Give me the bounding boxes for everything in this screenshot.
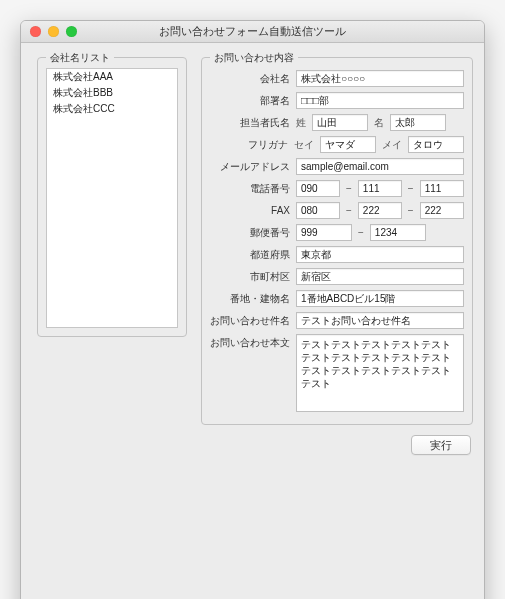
row-fax: FAX − − xyxy=(210,202,464,219)
input-phone-b[interactable] xyxy=(358,180,402,197)
input-fax-c[interactable] xyxy=(420,202,464,219)
button-row: 実行 xyxy=(201,435,473,455)
input-address[interactable] xyxy=(296,290,464,307)
company-listbox[interactable]: 株式会社AAA 株式会社BBB 株式会社CCC xyxy=(46,68,178,328)
row-contact-name: 担当者氏名 姓 名 xyxy=(210,114,464,131)
row-body: お問い合わせ本文 xyxy=(210,334,464,412)
list-item[interactable]: 株式会社CCC xyxy=(47,101,177,117)
label-subject: お問い合わせ件名 xyxy=(210,314,290,328)
minimize-icon[interactable] xyxy=(48,26,59,37)
label-contact-name: 担当者氏名 xyxy=(210,116,290,130)
list-item[interactable]: 株式会社BBB xyxy=(47,85,177,101)
input-phone-c[interactable] xyxy=(420,180,464,197)
row-email: メールアドレス xyxy=(210,158,464,175)
label-department: 部署名 xyxy=(210,94,290,108)
label-email: メールアドレス xyxy=(210,160,290,174)
label-city: 市町村区 xyxy=(210,270,290,284)
input-phone-a[interactable] xyxy=(296,180,340,197)
app-window: お問い合わせフォーム自動送信ツール 会社名リスト 株式会社AAA 株式会社BBB… xyxy=(20,20,485,599)
input-first-name[interactable] xyxy=(390,114,446,131)
input-email[interactable] xyxy=(296,158,464,175)
label-first-kana: メイ xyxy=(382,138,402,152)
row-phone: 電話番号 − − xyxy=(210,180,464,197)
label-phone: 電話番号 xyxy=(210,182,290,196)
titlebar: お問い合わせフォーム自動送信ツール xyxy=(21,21,484,43)
input-department[interactable] xyxy=(296,92,464,109)
input-postal-a[interactable] xyxy=(296,224,352,241)
window-title: お問い合わせフォーム自動送信ツール xyxy=(21,24,484,39)
traffic-lights xyxy=(30,26,77,37)
dash-icon: − xyxy=(358,227,364,238)
input-postal-b[interactable] xyxy=(370,224,426,241)
company-list-group: 会社名リスト 株式会社AAA 株式会社BBB 株式会社CCC xyxy=(37,57,187,337)
row-city: 市町村区 xyxy=(210,268,464,285)
row-furigana: フリガナ セイ メイ xyxy=(210,136,464,153)
label-company: 会社名 xyxy=(210,72,290,86)
inquiry-group: お問い合わせ内容 会社名 部署名 担当者氏名 姓 名 xyxy=(201,57,473,425)
row-address: 番地・建物名 xyxy=(210,290,464,307)
input-city[interactable] xyxy=(296,268,464,285)
input-last-kana[interactable] xyxy=(320,136,376,153)
execute-button[interactable]: 実行 xyxy=(411,435,471,455)
label-furigana: フリガナ xyxy=(210,138,288,152)
input-last-name[interactable] xyxy=(312,114,368,131)
input-subject[interactable] xyxy=(296,312,464,329)
label-postal: 郵便番号 xyxy=(210,226,290,240)
dash-icon: − xyxy=(346,183,352,194)
dash-icon: − xyxy=(346,205,352,216)
content-area: 会社名リスト 株式会社AAA 株式会社BBB 株式会社CCC お問い合わせ内容 … xyxy=(21,43,484,599)
label-fax: FAX xyxy=(210,205,290,216)
input-body[interactable] xyxy=(296,334,464,412)
label-address: 番地・建物名 xyxy=(210,292,290,306)
row-company: 会社名 xyxy=(210,70,464,87)
row-subject: お問い合わせ件名 xyxy=(210,312,464,329)
inquiry-group-title: お問い合わせ内容 xyxy=(210,51,298,65)
row-postal: 郵便番号 − xyxy=(210,224,464,241)
row-department: 部署名 xyxy=(210,92,464,109)
close-icon[interactable] xyxy=(30,26,41,37)
dash-icon: − xyxy=(408,205,414,216)
label-body: お問い合わせ本文 xyxy=(210,334,290,350)
zoom-icon[interactable] xyxy=(66,26,77,37)
label-prefecture: 都道府県 xyxy=(210,248,290,262)
input-company[interactable] xyxy=(296,70,464,87)
label-last-kana: セイ xyxy=(294,138,314,152)
input-fax-b[interactable] xyxy=(358,202,402,219)
list-item[interactable]: 株式会社AAA xyxy=(47,69,177,85)
input-prefecture[interactable] xyxy=(296,246,464,263)
input-fax-a[interactable] xyxy=(296,202,340,219)
form-rows: 会社名 部署名 担当者氏名 姓 名 フ xyxy=(210,68,464,412)
dash-icon: − xyxy=(408,183,414,194)
label-last-name: 姓 xyxy=(296,116,306,130)
row-prefecture: 都道府県 xyxy=(210,246,464,263)
input-first-kana[interactable] xyxy=(408,136,464,153)
right-column: お問い合わせ内容 会社名 部署名 担当者氏名 姓 名 xyxy=(201,57,473,455)
label-first-name: 名 xyxy=(374,116,384,130)
company-list-title: 会社名リスト xyxy=(46,51,114,65)
